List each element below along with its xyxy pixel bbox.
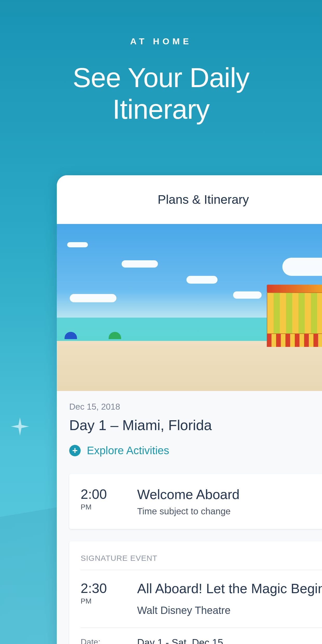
promo-title-line1: See Your Daily [73, 62, 249, 93]
hero-image[interactable] [57, 224, 322, 391]
lifeguard-stand-deco [267, 285, 322, 347]
promo-header: AT HOME See Your Daily Itinerary [0, 0, 322, 125]
umbrella-deco [109, 332, 121, 339]
promo-eyebrow: AT HOME [0, 36, 322, 46]
event-time: 2:00 PM [81, 486, 125, 516]
meta-date-value: Day 1 - Sat, Dec 15 [137, 637, 223, 644]
event-card[interactable]: 2:00 PM Welcome Aboard Time subject to c… [69, 474, 322, 529]
event-time-ampm: PM [81, 597, 125, 605]
event-time-ampm: PM [81, 503, 125, 511]
event-section-label: SIGNATURE EVENT [81, 554, 322, 563]
cloud-deco [67, 242, 88, 247]
cloud-deco [233, 291, 262, 299]
event-card[interactable]: SIGNATURE EVENT 2:30 PM All Aboard! Let … [69, 541, 322, 644]
event-title: Welcome Aboard [137, 486, 322, 502]
divider [81, 570, 322, 570]
explore-activities-label: Explore Activities [87, 444, 169, 457]
event-time: 2:30 PM [81, 580, 125, 616]
day-date: Dec 15, 2018 [69, 402, 322, 412]
cloud-deco [122, 260, 158, 268]
plus-icon: + [69, 445, 81, 456]
day-section: Dec 15, 2018 Day 1 – Miami, Florida + Ex… [57, 391, 322, 459]
event-time-value: 2:00 [81, 486, 125, 502]
divider [81, 628, 322, 628]
meta-date-label: Date: [81, 637, 125, 644]
event-time-value: 2:30 [81, 580, 125, 596]
promo-title-line2: Itinerary [113, 94, 209, 124]
cloud-deco [70, 294, 116, 302]
events-list: 2:00 PM Welcome Aboard Time subject to c… [57, 459, 322, 644]
event-title: All Aboard! Let the Magic Begin [137, 580, 322, 597]
cloud-deco [282, 258, 322, 276]
phone-mockup: Plans & Itinerary Dec 15, 2018 Day 1 – M… [57, 175, 322, 644]
promo-title: See Your Daily Itinerary [0, 62, 322, 125]
sparkle-icon [11, 417, 29, 436]
explore-activities-button[interactable]: + Explore Activities [69, 444, 322, 457]
app-header-title: Plans & Itinerary [158, 192, 249, 207]
app-header: Plans & Itinerary [57, 175, 322, 224]
umbrella-deco [65, 332, 77, 339]
day-title: Day 1 – Miami, Florida [69, 417, 322, 433]
event-location: Walt Disney Theatre [137, 605, 322, 616]
cloud-deco [186, 276, 218, 284]
event-subtitle: Time subject to change [137, 506, 322, 516]
